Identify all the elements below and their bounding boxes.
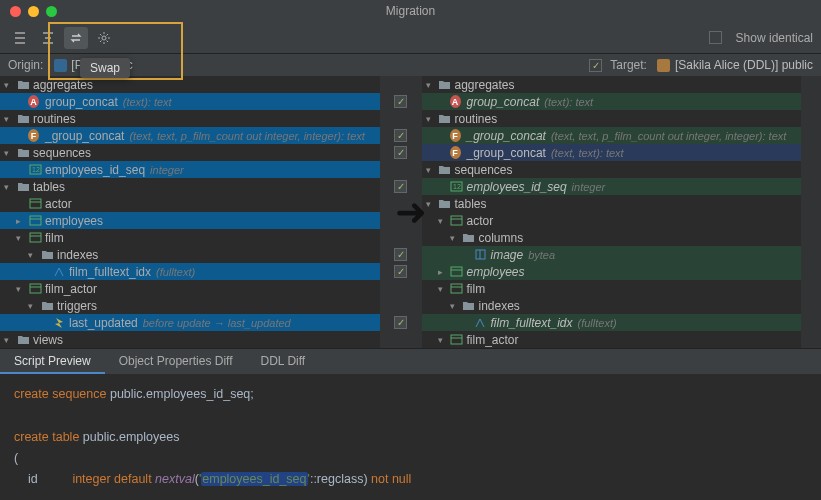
tab-ddl-diff[interactable]: DDL Diff — [247, 349, 320, 374]
swap-button[interactable] — [64, 27, 88, 49]
disclosure-icon[interactable]: ▾ — [438, 216, 450, 226]
disclosure-icon[interactable]: ▾ — [426, 199, 438, 209]
tree-row[interactable]: ▾sequences — [0, 144, 380, 161]
script-preview[interactable]: create sequence public.employees_id_seq;… — [0, 374, 821, 496]
fn: nextval — [155, 472, 195, 486]
tree-row[interactable]: ▾triggers — [0, 297, 380, 314]
tree-row[interactable]: F_group_concat(text, text, p_film_count … — [0, 127, 380, 144]
folder-icon — [16, 112, 30, 126]
tree-row[interactable]: ▾tables — [0, 178, 380, 195]
svg-rect-15 — [451, 216, 462, 225]
tree-row[interactable]: ▾views — [0, 331, 380, 348]
tree-row[interactable]: ▾columns — [422, 229, 802, 246]
tab-script-preview[interactable]: Script Preview — [0, 349, 105, 374]
tree-row[interactable]: ▾aggregates — [422, 76, 802, 93]
tree-label: tables — [455, 197, 487, 211]
disclosure-icon[interactable]: ▾ — [4, 114, 16, 124]
show-identical-checkbox[interactable] — [709, 31, 722, 44]
tree-label: employees_id_seq — [467, 180, 567, 194]
tree-row[interactable]: ▾actor — [422, 212, 802, 229]
svg-rect-9 — [30, 233, 41, 242]
tree-row[interactable]: ▾aggregates — [0, 76, 380, 93]
disclosure-icon[interactable]: ▾ — [4, 80, 16, 90]
settings-icon[interactable] — [92, 27, 116, 49]
disclosure-icon[interactable]: ▾ — [426, 80, 438, 90]
target-value[interactable]: [Sakila Alice (DDL)] public — [675, 58, 813, 72]
tree-row[interactable]: ▾routines — [0, 110, 380, 127]
row-checkbox[interactable]: ✓ — [394, 265, 407, 278]
origin-tree[interactable]: ▾aggregatesAgroup_concat(text): text▾rou… — [0, 76, 380, 348]
tree-row[interactable]: actor — [0, 195, 380, 212]
tree-row[interactable]: ▾film — [422, 280, 802, 297]
tree-row[interactable]: ▾sequences — [422, 161, 802, 178]
tree-row[interactable]: ▾routines — [422, 110, 802, 127]
tree-row[interactable]: ▾tables — [422, 195, 802, 212]
tree-row[interactable]: ▸employees — [422, 263, 802, 280]
row-checkbox[interactable]: ✓ — [394, 146, 407, 159]
expand-tree-icon[interactable] — [8, 27, 32, 49]
tree-row[interactable]: film_fulltext_idx(fulltext) — [422, 314, 802, 331]
tree-label: actor — [45, 197, 72, 211]
tree-row[interactable]: Agroup_concat(text): text — [422, 93, 802, 110]
tree-label: indexes — [479, 299, 520, 313]
tree-row[interactable]: ▾indexes — [422, 297, 802, 314]
disclosure-icon[interactable]: ▾ — [426, 165, 438, 175]
tree-row[interactable]: ▾film_actor — [422, 331, 802, 348]
swap-tooltip: Swap — [80, 58, 130, 78]
tree-row[interactable]: ▸employees — [0, 212, 380, 229]
folder-icon — [462, 231, 476, 245]
disclosure-icon[interactable]: ▾ — [28, 301, 40, 311]
tree-row[interactable]: ▾indexes — [0, 246, 380, 263]
disclosure-icon[interactable]: ▾ — [4, 148, 16, 158]
disclosure-icon[interactable]: ▾ — [16, 284, 28, 294]
tree-row[interactable]: film_fulltext_idx(fulltext) — [0, 263, 380, 280]
tree-label: group_concat — [45, 95, 118, 109]
tbl-icon — [28, 197, 42, 211]
disclosure-icon[interactable]: ▾ — [450, 301, 462, 311]
signature: integer — [572, 181, 606, 193]
tree-label: last_updated — [69, 316, 138, 330]
tree-label: triggers — [57, 299, 97, 313]
tree-row[interactable]: Agroup_concat(text): text — [0, 93, 380, 110]
tree-row[interactable]: 12employees_id_seqinteger — [0, 161, 380, 178]
tab-object-properties-diff[interactable]: Object Properties Diff — [105, 349, 247, 374]
signature: integer — [150, 164, 184, 176]
row-checkbox[interactable]: ✓ — [394, 95, 407, 108]
folder-icon — [438, 163, 452, 177]
disclosure-icon[interactable]: ▾ — [438, 284, 450, 294]
disclosure-icon[interactable]: ▸ — [16, 216, 28, 226]
disclosure-icon[interactable]: ▾ — [4, 335, 16, 345]
tree-row[interactable]: ▾film — [0, 229, 380, 246]
collapse-tree-icon[interactable] — [36, 27, 60, 49]
disclosure-icon[interactable]: ▾ — [28, 250, 40, 260]
kw: table — [52, 430, 79, 444]
tree-row[interactable]: last_updatedbefore update → last_updated — [0, 314, 380, 331]
ddl-icon — [657, 58, 671, 72]
disclosure-icon[interactable]: ▾ — [426, 114, 438, 124]
F-icon: F — [450, 129, 464, 143]
tree-label: film_actor — [467, 333, 519, 347]
svg-rect-1 — [54, 59, 67, 72]
disclosure-icon[interactable]: ▾ — [4, 182, 16, 192]
signature: (fulltext) — [156, 266, 195, 278]
tree-row[interactable]: ▾film_actor — [0, 280, 380, 297]
target-all-checkbox[interactable]: ✓ — [589, 59, 602, 72]
tree-row[interactable]: F_group_concat(text, text, p_film_count … — [422, 127, 802, 144]
tree-row[interactable]: F_group_concat(text, text): text — [422, 144, 802, 161]
tree-row[interactable]: 12employees_id_seqinteger — [422, 178, 802, 195]
disclosure-icon[interactable]: ▾ — [450, 233, 462, 243]
target-tree[interactable]: ▾aggregatesAgroup_concat(text): text▾rou… — [422, 76, 802, 348]
row-checkbox[interactable]: ✓ — [394, 248, 407, 261]
tree-row[interactable]: imagebytea — [422, 246, 802, 263]
col-icon — [474, 248, 488, 262]
minimize-window[interactable] — [28, 6, 39, 17]
row-checkbox[interactable]: ✓ — [394, 316, 407, 329]
disclosure-icon[interactable]: ▾ — [16, 233, 28, 243]
disclosure-icon[interactable]: ▸ — [438, 267, 450, 277]
kw: sequence — [52, 387, 106, 401]
close-window[interactable] — [10, 6, 21, 17]
maximize-window[interactable] — [46, 6, 57, 17]
disclosure-icon[interactable]: ▾ — [438, 335, 450, 345]
row-checkbox[interactable]: ✓ — [394, 129, 407, 142]
tree-label: _group_concat — [467, 129, 546, 143]
